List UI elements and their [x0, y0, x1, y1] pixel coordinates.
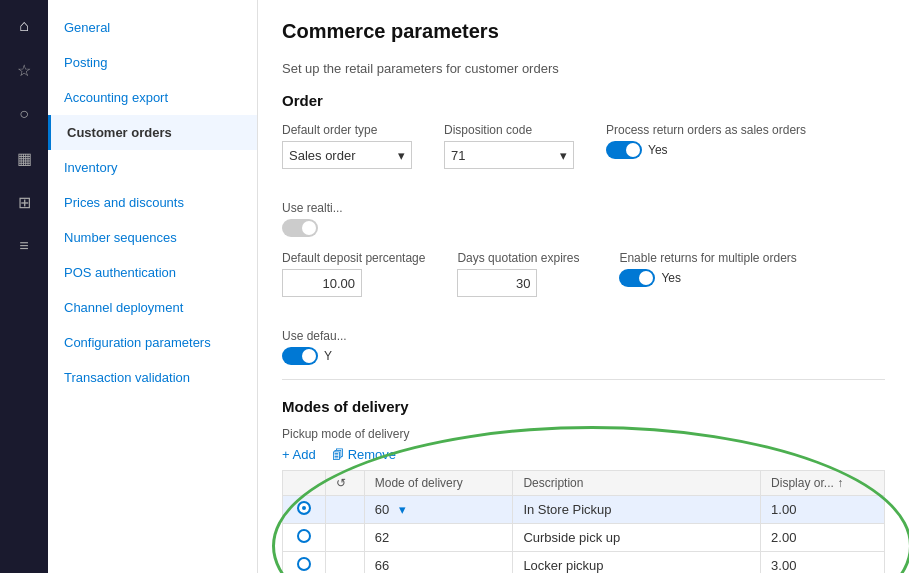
default-order-type-field: Default order type Sales order ▾	[282, 123, 412, 169]
process-return-orders-field: Process return orders as sales orders Ye…	[606, 123, 806, 169]
process-return-orders-toggle-group: Yes	[606, 141, 806, 159]
sidebar-item-general[interactable]: General	[48, 10, 257, 45]
sidebar-item-channel[interactable]: Channel deployment	[48, 290, 257, 325]
use-default-value: Y	[324, 349, 332, 363]
clock-icon[interactable]: ○	[6, 96, 42, 132]
disposition-code-select[interactable]: 71 ▾	[444, 141, 574, 169]
sidebar-item-accounting[interactable]: Accounting export	[48, 80, 257, 115]
use-realti-toggle[interactable]	[282, 219, 318, 237]
sidebar: General Posting Accounting export Custom…	[48, 0, 258, 573]
row1-desc-cell: In Store Pickup	[513, 496, 761, 524]
disposition-code-label: Disposition code	[444, 123, 574, 137]
row1-display-cell: 1.00	[761, 496, 885, 524]
row2-refresh-cell	[326, 524, 364, 552]
row3-radio-cell[interactable]	[283, 552, 326, 574]
delivery-table: ↺ Mode of delivery Description Display o…	[282, 470, 885, 573]
days-quotation-label: Days quotation expires	[457, 251, 587, 265]
row1-radio[interactable]	[297, 501, 311, 515]
row1-refresh-cell	[326, 496, 364, 524]
process-return-orders-toggle[interactable]	[606, 141, 642, 159]
order-form-row2: Default deposit percentage Days quotatio…	[282, 251, 885, 365]
use-realti-toggle-group	[282, 219, 412, 237]
star-icon[interactable]: ☆	[6, 52, 42, 88]
use-realti-label: Use realti...	[282, 201, 412, 215]
sidebar-item-posting[interactable]: Posting	[48, 45, 257, 80]
disposition-code-field: Disposition code 71 ▾	[444, 123, 574, 169]
deposit-percentage-input[interactable]	[282, 269, 362, 297]
pickup-label: Pickup mode of delivery	[282, 427, 885, 441]
sidebar-item-prices[interactable]: Prices and discounts	[48, 185, 257, 220]
days-quotation-input[interactable]	[457, 269, 537, 297]
use-default-label: Use defau...	[282, 329, 412, 343]
enable-returns-label: Enable returns for multiple orders	[619, 251, 796, 265]
enable-returns-toggle-group: Yes	[619, 269, 796, 287]
order-form-row1: Default order type Sales order ▾ Disposi…	[282, 123, 885, 237]
row2-display-cell: 2.00	[761, 524, 885, 552]
col-header-display[interactable]: Display or... ↑	[761, 471, 885, 496]
row2-mode-cell: 62	[364, 524, 513, 552]
row3-desc-cell: Locker pickup	[513, 552, 761, 574]
sidebar-item-customer-orders[interactable]: Customer orders	[48, 115, 257, 150]
order-section: Order Default order type Sales order ▾ D…	[282, 92, 885, 365]
sidebar-item-number-sequences[interactable]: Number sequences	[48, 220, 257, 255]
days-quotation-field: Days quotation expires	[457, 251, 587, 297]
calendar-icon[interactable]: ▦	[6, 140, 42, 176]
table-header-row: ↺ Mode of delivery Description Display o…	[283, 471, 885, 496]
col-header-desc: Description	[513, 471, 761, 496]
col-header-refresh: ↺	[326, 471, 364, 496]
delivery-toolbar: + Add 🗐 Remove	[282, 447, 885, 462]
remove-button[interactable]: 🗐 Remove	[332, 447, 396, 462]
process-return-orders-label: Process return orders as sales orders	[606, 123, 806, 137]
default-order-type-label: Default order type	[282, 123, 412, 137]
table-row[interactable]: 60 ▾ In Store Pickup 1.00	[283, 496, 885, 524]
use-default-field: Use defau... Y	[282, 329, 412, 365]
col-header-mode[interactable]: Mode of delivery	[364, 471, 513, 496]
grid-icon[interactable]: ⊞	[6, 184, 42, 220]
enable-returns-field: Enable returns for multiple orders Yes	[619, 251, 796, 297]
row2-desc-cell: Curbside pick up	[513, 524, 761, 552]
use-default-toggle-group: Y	[282, 347, 412, 365]
sidebar-item-config[interactable]: Configuration parameters	[48, 325, 257, 360]
enable-returns-value: Yes	[661, 271, 681, 285]
main-content: Commerce parameters Set up the retail pa…	[258, 0, 909, 573]
delivery-section: Modes of delivery Pickup mode of deliver…	[282, 398, 885, 573]
row3-display-cell: 3.00	[761, 552, 885, 574]
row3-mode-cell: 66	[364, 552, 513, 574]
row1-mode-cell: 60 ▾	[364, 496, 513, 524]
use-realti-field: Use realti...	[282, 201, 412, 237]
section-divider	[282, 379, 885, 380]
col-header-radio	[283, 471, 326, 496]
table-row[interactable]: 62 Curbside pick up 2.00	[283, 524, 885, 552]
order-section-title: Order	[282, 92, 885, 109]
deposit-percentage-field: Default deposit percentage	[282, 251, 425, 297]
deposit-percentage-label: Default deposit percentage	[282, 251, 425, 265]
sidebar-item-inventory[interactable]: Inventory	[48, 150, 257, 185]
row2-radio[interactable]	[297, 529, 311, 543]
home-icon[interactable]: ⌂	[6, 8, 42, 44]
list-icon[interactable]: ≡	[6, 228, 42, 264]
delivery-section-title: Modes of delivery	[282, 398, 885, 415]
enable-returns-toggle[interactable]	[619, 269, 655, 287]
row3-radio[interactable]	[297, 557, 311, 571]
use-default-toggle[interactable]	[282, 347, 318, 365]
sidebar-item-transaction[interactable]: Transaction validation	[48, 360, 257, 395]
row3-refresh-cell	[326, 552, 364, 574]
nav-rail: ⌂ ☆ ○ ▦ ⊞ ≡	[0, 0, 48, 573]
sidebar-item-pos-auth[interactable]: POS authentication	[48, 255, 257, 290]
process-return-orders-value: Yes	[648, 143, 668, 157]
row2-radio-cell[interactable]	[283, 524, 326, 552]
row1-radio-cell[interactable]	[283, 496, 326, 524]
add-button[interactable]: + Add	[282, 447, 316, 462]
table-row[interactable]: 66 Locker pickup 3.00	[283, 552, 885, 574]
copy-icon: 🗐	[332, 448, 344, 462]
section-description: Set up the retail parameters for custome…	[282, 61, 885, 76]
default-order-type-select[interactable]: Sales order ▾	[282, 141, 412, 169]
page-title: Commerce parameters	[282, 20, 885, 43]
